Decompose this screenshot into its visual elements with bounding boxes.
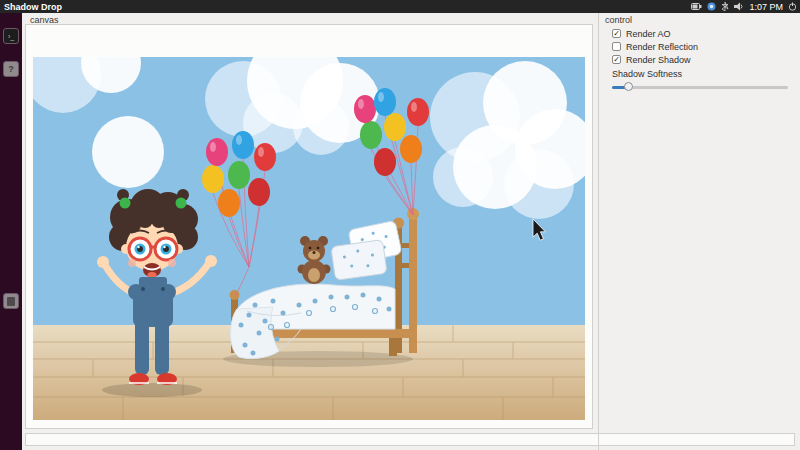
canvas-panel-label: canvas: [30, 15, 59, 25]
trash-icon[interactable]: [3, 293, 19, 309]
system-tray: 1:07 PM: [691, 0, 797, 13]
launcher: ?: [0, 13, 22, 450]
checkbox-render-ao[interactable]: ✓ Render AO: [612, 27, 792, 40]
help-icon[interactable]: ?: [3, 61, 19, 77]
hair-tie: [176, 198, 187, 209]
checkbox-label: Render Reflection: [626, 42, 698, 52]
control-panel: ✓ Render AO Render Reflection ✓ Render S…: [600, 13, 800, 433]
volume-icon[interactable]: [734, 2, 744, 11]
window-title: Shadow Drop: [4, 2, 62, 12]
checkbox-box[interactable]: ✓: [612, 29, 621, 38]
slider-track[interactable]: [612, 86, 788, 89]
network-icon[interactable]: [707, 2, 716, 11]
scene-illustration: [33, 57, 585, 420]
bluetooth-icon[interactable]: [721, 2, 729, 11]
clock[interactable]: 1:07 PM: [749, 2, 783, 12]
girl-shadow: [102, 383, 202, 397]
power-icon[interactable]: [788, 2, 797, 11]
hair-tie: [120, 198, 131, 209]
checkbox-render-shadow[interactable]: ✓ Render Shadow: [612, 53, 792, 66]
checkbox-label: Render Shadow: [626, 55, 691, 65]
wood-floor: [33, 325, 585, 420]
checkbox-render-reflection[interactable]: Render Reflection: [612, 40, 792, 53]
shadow-softness-slider[interactable]: [612, 82, 788, 92]
panel-divider: [598, 13, 599, 450]
control-panel-label: control: [605, 15, 632, 25]
status-strip: [25, 433, 795, 446]
blanket-drape: [231, 307, 280, 359]
checkbox-box[interactable]: ✓: [612, 55, 621, 64]
checkbox-box[interactable]: [612, 42, 621, 51]
canvas[interactable]: [33, 57, 585, 420]
shadow-softness-label: Shadow Softness: [612, 69, 792, 81]
battery-icon[interactable]: [691, 3, 702, 10]
slider-handle[interactable]: [624, 82, 633, 91]
desktop: Shadow Drop 1:07 PM ? canvas: [0, 0, 800, 450]
top-bar: Shadow Drop 1:07 PM: [0, 0, 800, 13]
terminal-icon[interactable]: [3, 28, 19, 44]
checkbox-label: Render AO: [626, 29, 671, 39]
